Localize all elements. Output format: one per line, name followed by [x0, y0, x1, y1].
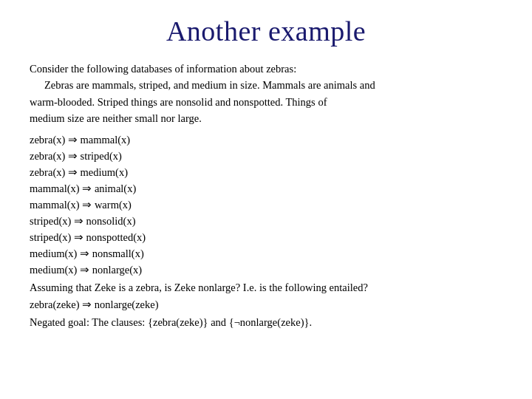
intro-block: Consider the following databases of info…	[30, 61, 502, 127]
rule-8: medium(x) ⇒ nonsmall(x)	[30, 245, 502, 262]
negated-goal-set2: {¬nonlarge(zeke)}.	[229, 316, 312, 328]
assumption-block: Assuming that Zeke is a zebra, is Zeke n…	[30, 279, 502, 313]
zeke-rule: zebra(zeke) ⇒ nonlarge(zeke)	[30, 299, 159, 310]
content-area: Consider the following databases of info…	[30, 61, 502, 331]
rule-5: mammal(x) ⇒ warm(x)	[30, 197, 502, 213]
rule-4: mammal(x) ⇒ animal(x)	[30, 180, 502, 197]
negated-goal-block: Negated goal: The clauses: {zebra(zeke)}…	[30, 314, 502, 330]
negated-goal-and: and	[208, 316, 229, 328]
page-title: Another example	[30, 15, 502, 47]
negated-goal-prefix: Negated goal: The clauses:	[30, 316, 148, 328]
rule-7: striped(x) ⇒ nonspotted(x)	[30, 229, 502, 245]
assumption-line: Assuming that Zeke is a zebra, is Zeke n…	[30, 282, 368, 293]
page-container: Another example Consider the following d…	[0, 0, 532, 399]
rule-2: zebra(x) ⇒ striped(x)	[30, 148, 502, 164]
intro-line2: Zebras are mammals, striped, and medium …	[30, 79, 375, 124]
intro-line1: Consider the following databases of info…	[30, 63, 296, 75]
logic-rules: zebra(x) ⇒ mammal(x) zebra(x) ⇒ striped(…	[30, 132, 502, 278]
negated-goal-set1: {zebra(zeke)}	[148, 316, 208, 328]
rule-6: striped(x) ⇒ nonsolid(x)	[30, 213, 502, 229]
rule-9: medium(x) ⇒ nonlarge(x)	[30, 262, 502, 278]
rule-3: zebra(x) ⇒ medium(x)	[30, 164, 502, 180]
rule-1: zebra(x) ⇒ mammal(x)	[30, 132, 502, 148]
